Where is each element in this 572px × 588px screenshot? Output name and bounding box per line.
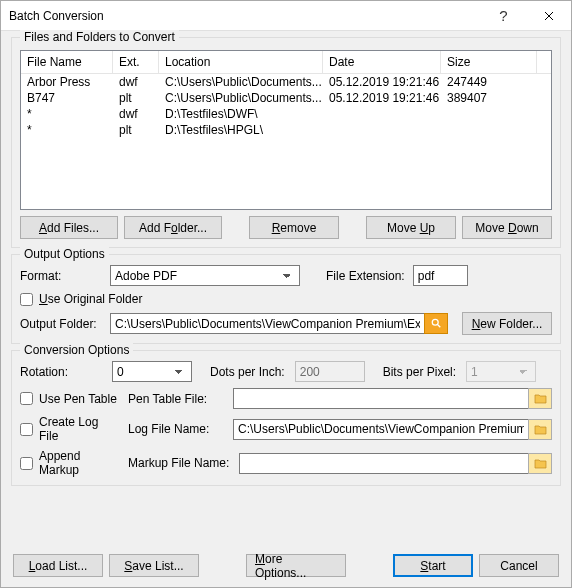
output-folder-label: Output Folder: bbox=[20, 317, 102, 331]
create-log-checkbox[interactable]: Create Log File bbox=[20, 415, 118, 443]
bpp-label: Bits per Pixel: bbox=[383, 365, 456, 379]
more-options-button[interactable]: More Options... bbox=[246, 554, 346, 577]
list-body: Arbor Press dwf C:\Users\Public\Document… bbox=[21, 74, 551, 209]
cell-size bbox=[441, 106, 537, 122]
table-row[interactable]: * dwf D:\Testfiles\DWF\ bbox=[21, 106, 551, 122]
markup-file-input[interactable] bbox=[239, 453, 528, 474]
move-down-button[interactable]: Move Down bbox=[462, 216, 552, 239]
close-button[interactable] bbox=[526, 1, 571, 31]
file-ext-label: File Extension: bbox=[326, 269, 405, 283]
cell-ext: plt bbox=[113, 90, 159, 106]
browse-markup-file-button[interactable] bbox=[528, 453, 552, 474]
cell-name: * bbox=[21, 106, 113, 122]
cancel-button[interactable]: Cancel bbox=[479, 554, 559, 577]
cell-name: Arbor Press bbox=[21, 74, 113, 90]
cell-loc: D:\Testfiles\DWF\ bbox=[159, 106, 323, 122]
conversion-group: Conversion Options Rotation: 0 Dots per … bbox=[11, 350, 561, 486]
use-pen-table-checkbox[interactable]: Use Pen Table bbox=[20, 392, 118, 406]
conversion-group-label: Conversion Options bbox=[20, 343, 133, 357]
cell-loc: C:\Users\Public\Documents... bbox=[159, 90, 323, 106]
list-header[interactable]: File Name Ext. Location Date Size bbox=[21, 51, 551, 74]
svg-point-0 bbox=[432, 319, 438, 325]
remove-button[interactable]: Remove bbox=[249, 216, 339, 239]
bpp-select: 1 bbox=[466, 361, 536, 382]
table-row[interactable]: * plt D:\Testfiles\HPGL\ bbox=[21, 122, 551, 138]
rotation-select[interactable]: 0 bbox=[112, 361, 192, 382]
col-header-date[interactable]: Date bbox=[323, 51, 441, 73]
col-header-size[interactable]: Size bbox=[441, 51, 537, 73]
start-button[interactable]: Start bbox=[393, 554, 473, 577]
new-folder-button[interactable]: New Folder... bbox=[462, 312, 552, 335]
col-header-location[interactable]: Location bbox=[159, 51, 323, 73]
titlebar: Batch Conversion ? bbox=[1, 1, 571, 31]
folder-icon bbox=[534, 424, 547, 435]
output-group: Output Options Format: Adobe PDF File Ex… bbox=[11, 254, 561, 344]
output-group-label: Output Options bbox=[20, 247, 109, 261]
format-select[interactable]: Adobe PDF bbox=[110, 265, 300, 286]
cell-date: 05.12.2019 19:21:46 bbox=[323, 74, 441, 90]
browse-pen-table-button[interactable] bbox=[528, 388, 552, 409]
folder-icon bbox=[534, 458, 547, 469]
cell-ext: plt bbox=[113, 122, 159, 138]
table-row[interactable]: B747 plt C:\Users\Public\Documents... 05… bbox=[21, 90, 551, 106]
load-list-button[interactable]: Load List... bbox=[13, 554, 103, 577]
file-ext-input[interactable] bbox=[413, 265, 468, 286]
browse-output-folder-button[interactable] bbox=[424, 313, 448, 334]
cell-name: * bbox=[21, 122, 113, 138]
dpi-label: Dots per Inch: bbox=[210, 365, 285, 379]
cell-ext: dwf bbox=[113, 74, 159, 90]
browse-log-file-button[interactable] bbox=[528, 419, 552, 440]
help-icon: ? bbox=[499, 7, 507, 24]
move-up-button[interactable]: Move Up bbox=[366, 216, 456, 239]
markup-file-label: Markup File Name: bbox=[128, 456, 229, 470]
files-group-label: Files and Folders to Convert bbox=[20, 30, 179, 44]
cell-date: 05.12.2019 19:21:46 bbox=[323, 90, 441, 106]
cell-ext: dwf bbox=[113, 106, 159, 122]
log-file-label: Log File Name: bbox=[128, 422, 223, 436]
files-list[interactable]: File Name Ext. Location Date Size Arbor … bbox=[20, 50, 552, 210]
append-markup-checkbox[interactable]: Append Markup bbox=[20, 449, 118, 477]
rotation-label: Rotation: bbox=[20, 365, 102, 379]
dialog-content: Files and Folders to Convert File Name E… bbox=[1, 31, 571, 587]
cell-date bbox=[323, 122, 441, 138]
col-header-ext[interactable]: Ext. bbox=[113, 51, 159, 73]
col-header-name[interactable]: File Name bbox=[21, 51, 113, 73]
cell-size: 247449 bbox=[441, 74, 537, 90]
dpi-input bbox=[295, 361, 365, 382]
batch-conversion-dialog: Batch Conversion ? Files and Folders to … bbox=[0, 0, 572, 588]
cell-loc: D:\Testfiles\HPGL\ bbox=[159, 122, 323, 138]
folder-icon bbox=[534, 393, 547, 404]
cell-size: 389407 bbox=[441, 90, 537, 106]
use-original-folder-checkbox[interactable]: Use Original Folder bbox=[20, 292, 142, 306]
format-label: Format: bbox=[20, 269, 102, 283]
pen-table-file-label: Pen Table File: bbox=[128, 392, 223, 406]
search-icon bbox=[430, 318, 443, 329]
cell-name: B747 bbox=[21, 90, 113, 106]
save-list-button[interactable]: Save List... bbox=[109, 554, 199, 577]
table-row[interactable]: Arbor Press dwf C:\Users\Public\Document… bbox=[21, 74, 551, 90]
add-folder-button[interactable]: Add Folder... bbox=[124, 216, 222, 239]
add-files-button[interactable]: Add Files... bbox=[20, 216, 118, 239]
cell-loc: C:\Users\Public\Documents... bbox=[159, 74, 323, 90]
cell-size bbox=[441, 122, 537, 138]
output-folder-input[interactable] bbox=[110, 313, 424, 334]
close-icon bbox=[544, 11, 554, 21]
pen-table-file-input[interactable] bbox=[233, 388, 528, 409]
cell-date bbox=[323, 106, 441, 122]
log-file-input[interactable] bbox=[233, 419, 528, 440]
files-group: Files and Folders to Convert File Name E… bbox=[11, 37, 561, 248]
help-button[interactable]: ? bbox=[481, 1, 526, 31]
window-title: Batch Conversion bbox=[9, 9, 481, 23]
